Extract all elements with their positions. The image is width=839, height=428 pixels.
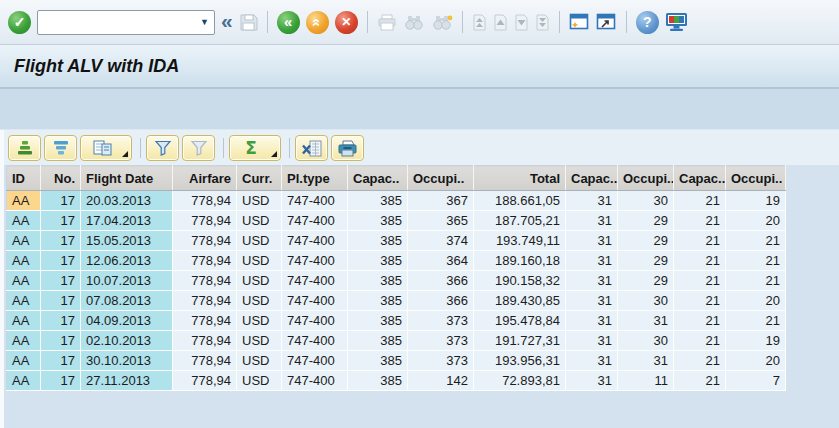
cell-r9-c8[interactable]: 72.893,81 [474, 371, 566, 391]
column-header-11[interactable]: Capac.. [674, 166, 726, 191]
cell-r1-c12[interactable]: 20 [726, 211, 786, 231]
cell-r5-c11[interactable]: 21 [674, 291, 726, 311]
cell-r1-c3[interactable]: 778,94 [173, 211, 237, 231]
cell-r2-c2[interactable]: 15.05.2013 [81, 231, 173, 251]
cell-r7-c1[interactable]: 17 [41, 331, 81, 351]
cell-r2-c7[interactable]: 374 [408, 231, 474, 251]
column-header-3[interactable]: Airfare [173, 166, 237, 191]
cell-r3-c2[interactable]: 12.06.2013 [81, 251, 173, 271]
cell-r7-c4[interactable]: USD [237, 331, 282, 351]
cell-r6-c1[interactable]: 17 [41, 311, 81, 331]
cell-r1-c5[interactable]: 747-400 [282, 211, 348, 231]
cell-r0-c4[interactable]: USD [237, 191, 282, 211]
cell-r9-c7[interactable]: 142 [408, 371, 474, 391]
cell-r4-c4[interactable]: USD [237, 271, 282, 291]
cell-r4-c9[interactable]: 31 [566, 271, 618, 291]
find-icon[interactable] [403, 14, 425, 30]
cell-r1-c9[interactable]: 31 [566, 211, 618, 231]
cell-r4-c5[interactable]: 747-400 [282, 271, 348, 291]
cell-r9-c12[interactable]: 7 [726, 371, 786, 391]
cell-r6-c10[interactable]: 31 [618, 311, 674, 331]
column-header-2[interactable]: Flight Date [81, 166, 173, 191]
cell-r8-c1[interactable]: 17 [41, 351, 81, 371]
cell-r5-c4[interactable]: USD [237, 291, 282, 311]
exit-up-button[interactable]: « [306, 11, 329, 34]
cell-r3-c11[interactable]: 21 [674, 251, 726, 271]
cell-r4-c12[interactable]: 21 [726, 271, 786, 291]
cell-r7-c7[interactable]: 373 [408, 331, 474, 351]
cell-r7-c11[interactable]: 21 [674, 331, 726, 351]
command-input[interactable] [41, 12, 198, 32]
column-header-4[interactable]: Curr. [237, 166, 282, 191]
cell-r2-c5[interactable]: 747-400 [282, 231, 348, 251]
cell-r8-c7[interactable]: 373 [408, 351, 474, 371]
cell-r8-c9[interactable]: 31 [566, 351, 618, 371]
cell-r4-c7[interactable]: 366 [408, 271, 474, 291]
cell-r7-c6[interactable]: 385 [348, 331, 408, 351]
cell-r2-c11[interactable]: 21 [674, 231, 726, 251]
column-header-10[interactable]: Occupi.. [618, 166, 674, 191]
cell-r1-c1[interactable]: 17 [41, 211, 81, 231]
cell-r8-c0[interactable]: AA [7, 351, 41, 371]
column-header-7[interactable]: Occupi.. [408, 166, 474, 191]
cell-r8-c5[interactable]: 747-400 [282, 351, 348, 371]
cell-r3-c7[interactable]: 364 [408, 251, 474, 271]
cell-r3-c0[interactable]: AA [7, 251, 41, 271]
cell-r5-c8[interactable]: 189.430,85 [474, 291, 566, 311]
last-page-icon[interactable] [535, 14, 550, 31]
cell-r6-c5[interactable]: 747-400 [282, 311, 348, 331]
cell-r3-c6[interactable]: 385 [348, 251, 408, 271]
cell-r6-c12[interactable]: 21 [726, 311, 786, 331]
cell-r8-c6[interactable]: 385 [348, 351, 408, 371]
cell-r4-c2[interactable]: 10.07.2013 [81, 271, 173, 291]
cell-r7-c2[interactable]: 02.10.2013 [81, 331, 173, 351]
cell-r5-c12[interactable]: 20 [726, 291, 786, 311]
cell-r3-c8[interactable]: 189.160,18 [474, 251, 566, 271]
column-header-6[interactable]: Capac.. [348, 166, 408, 191]
column-header-1[interactable]: No. [41, 166, 81, 191]
cell-r0-c9[interactable]: 31 [566, 191, 618, 211]
column-header-9[interactable]: Capac.. [566, 166, 618, 191]
cell-r2-c1[interactable]: 17 [41, 231, 81, 251]
previous-page-icon[interactable] [493, 14, 508, 31]
cancel-button[interactable]: ✕ [335, 11, 358, 34]
cell-r3-c4[interactable]: USD [237, 251, 282, 271]
create-shortcut-icon[interactable] [596, 13, 617, 31]
cell-r8-c12[interactable]: 20 [726, 351, 786, 371]
cell-r0-c10[interactable]: 30 [618, 191, 674, 211]
total-button[interactable]: Σ [229, 135, 281, 161]
cell-r5-c7[interactable]: 366 [408, 291, 474, 311]
next-page-icon[interactable] [514, 14, 529, 31]
cell-r4-c0[interactable]: AA [7, 271, 41, 291]
find-next-icon[interactable] [431, 14, 453, 30]
cell-r2-c9[interactable]: 31 [566, 231, 618, 251]
views-button[interactable] [80, 135, 132, 161]
cell-r0-c0[interactable]: AA [7, 191, 41, 211]
export-spreadsheet-button[interactable] [295, 135, 328, 161]
cell-r0-c8[interactable]: 188.661,05 [474, 191, 566, 211]
cell-r3-c3[interactable]: 778,94 [173, 251, 237, 271]
cell-r1-c10[interactable]: 29 [618, 211, 674, 231]
column-header-8[interactable]: Total [474, 166, 566, 191]
cell-r9-c5[interactable]: 747-400 [282, 371, 348, 391]
cell-r7-c5[interactable]: 747-400 [282, 331, 348, 351]
cell-r3-c1[interactable]: 17 [41, 251, 81, 271]
cell-r8-c8[interactable]: 193.956,31 [474, 351, 566, 371]
cell-r6-c3[interactable]: 778,94 [173, 311, 237, 331]
customize-layout-icon[interactable] [665, 12, 688, 32]
cell-r0-c6[interactable]: 385 [348, 191, 408, 211]
cell-r9-c2[interactable]: 27.11.2013 [81, 371, 173, 391]
cell-r5-c10[interactable]: 30 [618, 291, 674, 311]
cell-r0-c7[interactable]: 367 [408, 191, 474, 211]
cell-r3-c5[interactable]: 747-400 [282, 251, 348, 271]
column-header-5[interactable]: Pl.type [282, 166, 348, 191]
cell-r7-c10[interactable]: 30 [618, 331, 674, 351]
cell-r8-c10[interactable]: 31 [618, 351, 674, 371]
cell-r1-c0[interactable]: AA [7, 211, 41, 231]
cell-r4-c3[interactable]: 778,94 [173, 271, 237, 291]
set-filter-button[interactable] [146, 135, 179, 161]
cell-r4-c1[interactable]: 17 [41, 271, 81, 291]
cell-r2-c0[interactable]: AA [7, 231, 41, 251]
print-icon[interactable] [377, 14, 397, 31]
cell-r4-c11[interactable]: 21 [674, 271, 726, 291]
